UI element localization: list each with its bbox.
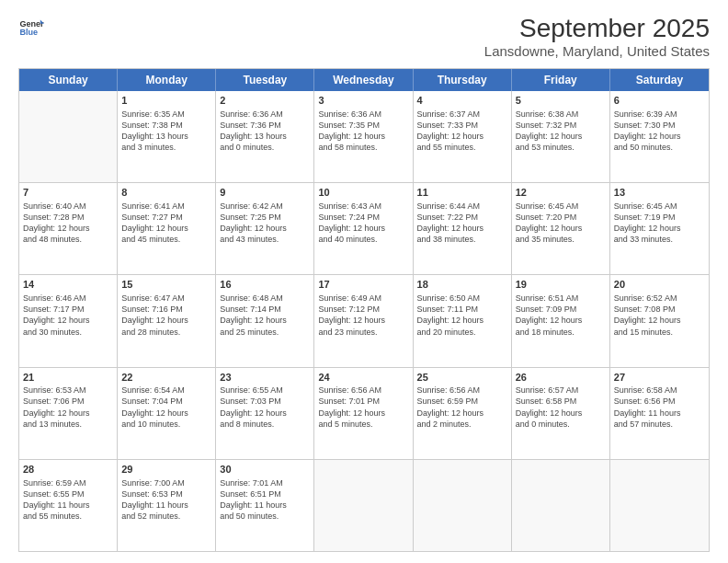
calendar-cell: 14Sunrise: 6:46 AMSunset: 7:17 PMDayligh… — [19, 275, 118, 366]
calendar-cell: 6Sunrise: 6:39 AMSunset: 7:30 PMDaylight… — [610, 91, 709, 182]
cell-text-line: Sunrise: 6:57 AM — [516, 385, 606, 396]
cell-text-line: Sunset: 6:58 PM — [516, 396, 606, 407]
cell-text-line: Daylight: 12 hours — [516, 131, 606, 142]
cell-text-line: Daylight: 11 hours — [614, 408, 705, 419]
page: General Blue September 2025 Lansdowne, M… — [0, 0, 728, 563]
title-block: September 2025 Lansdowne, Maryland, Unit… — [484, 15, 710, 59]
cell-text-line: Sunset: 7:12 PM — [318, 304, 408, 315]
cell-text-line: Daylight: 12 hours — [417, 315, 507, 326]
cell-text-line: and 55 minutes. — [417, 142, 507, 153]
cell-text-line: Sunset: 7:36 PM — [220, 120, 310, 131]
cell-text-line: Sunrise: 6:44 AM — [417, 201, 507, 212]
cell-text-line: and 43 minutes. — [220, 234, 310, 245]
day-number: 29 — [121, 463, 211, 477]
cell-text-line: Sunset: 7:38 PM — [121, 120, 211, 131]
calendar-cell: 30Sunrise: 7:01 AMSunset: 6:51 PMDayligh… — [216, 460, 314, 551]
svg-text:Blue: Blue — [19, 28, 38, 37]
cell-text-line: Sunrise: 6:56 AM — [318, 385, 408, 396]
day-number: 12 — [516, 186, 606, 200]
day-number: 4 — [417, 94, 507, 108]
cell-text-line: Daylight: 13 hours — [121, 131, 211, 142]
cell-text-line: Sunset: 7:25 PM — [220, 212, 310, 223]
cell-text-line: and 35 minutes. — [516, 234, 606, 245]
cell-text-line: Daylight: 12 hours — [318, 408, 408, 419]
calendar-cell: 24Sunrise: 6:56 AMSunset: 7:01 PMDayligh… — [314, 368, 413, 459]
day-number: 18 — [417, 278, 507, 292]
day-header-wednesday: Wednesday — [314, 69, 413, 91]
cell-text-line: Sunrise: 6:53 AM — [23, 385, 113, 396]
calendar-title: September 2025 — [484, 15, 710, 43]
cell-text-line: Sunrise: 6:41 AM — [121, 201, 211, 212]
calendar-subtitle: Lansdowne, Maryland, United States — [484, 43, 710, 59]
day-number: 20 — [614, 278, 705, 292]
cell-text-line: Sunrise: 6:39 AM — [614, 109, 705, 120]
cell-text-line: and 25 minutes. — [220, 327, 310, 338]
cell-text-line: Sunrise: 6:59 AM — [23, 477, 113, 488]
day-header-tuesday: Tuesday — [216, 69, 314, 91]
cell-text-line: Daylight: 12 hours — [23, 315, 113, 326]
cell-text-line: Sunrise: 6:56 AM — [417, 385, 507, 396]
calendar-cell — [512, 460, 610, 551]
cell-text-line: and 58 minutes. — [318, 142, 408, 153]
cell-text-line: and 0 minutes. — [516, 419, 606, 430]
cell-text-line: Sunrise: 6:45 AM — [614, 201, 705, 212]
cell-text-line: Daylight: 11 hours — [121, 500, 211, 511]
calendar-cell: 15Sunrise: 6:47 AMSunset: 7:16 PMDayligh… — [118, 275, 216, 366]
cell-text-line: Sunrise: 6:38 AM — [516, 109, 606, 120]
cell-text-line: Daylight: 12 hours — [220, 223, 310, 234]
calendar-cell: 27Sunrise: 6:58 AMSunset: 6:56 PMDayligh… — [610, 368, 709, 459]
cell-text-line: Sunrise: 6:51 AM — [516, 293, 606, 304]
cell-text-line: Sunrise: 6:45 AM — [516, 201, 606, 212]
cell-text-line: Daylight: 12 hours — [220, 315, 310, 326]
cell-text-line: Sunrise: 6:58 AM — [614, 385, 705, 396]
cell-text-line: and 5 minutes. — [318, 419, 408, 430]
calendar-header: SundayMondayTuesdayWednesdayThursdayFrid… — [19, 69, 709, 91]
cell-text-line: Daylight: 11 hours — [220, 500, 310, 511]
calendar-cell — [414, 460, 512, 551]
cell-text-line: Sunset: 7:32 PM — [516, 120, 606, 131]
calendar-cell: 12Sunrise: 6:45 AMSunset: 7:20 PMDayligh… — [512, 183, 610, 274]
cell-text-line: and 0 minutes. — [220, 142, 310, 153]
cell-text-line: Sunset: 7:11 PM — [417, 304, 507, 315]
cell-text-line: and 53 minutes. — [516, 142, 606, 153]
calendar-row-2: 7Sunrise: 6:40 AMSunset: 7:28 PMDaylight… — [19, 183, 709, 275]
cell-text-line: Daylight: 13 hours — [220, 131, 310, 142]
cell-text-line: Daylight: 12 hours — [614, 131, 705, 142]
day-number: 28 — [23, 463, 113, 477]
cell-text-line: Sunrise: 6:36 AM — [318, 109, 408, 120]
calendar-cell: 3Sunrise: 6:36 AMSunset: 7:35 PMDaylight… — [314, 91, 413, 182]
cell-text-line: and 2 minutes. — [417, 419, 507, 430]
day-header-thursday: Thursday — [414, 69, 512, 91]
cell-text-line: Daylight: 11 hours — [23, 500, 113, 511]
cell-text-line: Sunset: 7:28 PM — [23, 212, 113, 223]
day-number: 11 — [417, 186, 507, 200]
calendar-cell: 18Sunrise: 6:50 AMSunset: 7:11 PMDayligh… — [414, 275, 512, 366]
cell-text-line: Sunrise: 7:01 AM — [220, 477, 310, 488]
cell-text-line: and 3 minutes. — [121, 142, 211, 153]
cell-text-line: and 48 minutes. — [23, 234, 113, 245]
calendar-cell: 26Sunrise: 6:57 AMSunset: 6:58 PMDayligh… — [512, 368, 610, 459]
cell-text-line: Sunrise: 6:42 AM — [220, 201, 310, 212]
day-header-sunday: Sunday — [19, 69, 118, 91]
cell-text-line: Sunset: 6:56 PM — [614, 396, 705, 407]
calendar-body: 1Sunrise: 6:35 AMSunset: 7:38 PMDaylight… — [19, 91, 709, 551]
cell-text-line: Daylight: 12 hours — [121, 315, 211, 326]
cell-text-line: Sunset: 7:14 PM — [220, 304, 310, 315]
day-header-friday: Friday — [512, 69, 610, 91]
calendar-cell: 20Sunrise: 6:52 AMSunset: 7:08 PMDayligh… — [610, 275, 709, 366]
calendar-cell: 23Sunrise: 6:55 AMSunset: 7:03 PMDayligh… — [216, 368, 314, 459]
cell-text-line: Sunset: 7:19 PM — [614, 212, 705, 223]
calendar-cell: 21Sunrise: 6:53 AMSunset: 7:06 PMDayligh… — [19, 368, 118, 459]
day-number: 26 — [516, 371, 606, 385]
day-number: 27 — [614, 371, 705, 385]
cell-text-line: Sunrise: 6:47 AM — [121, 293, 211, 304]
cell-text-line: Sunset: 7:35 PM — [318, 120, 408, 131]
cell-text-line: Sunrise: 6:37 AM — [417, 109, 507, 120]
day-number: 16 — [220, 278, 310, 292]
cell-text-line: and 50 minutes. — [220, 511, 310, 522]
cell-text-line: Sunrise: 6:40 AM — [23, 201, 113, 212]
calendar-cell: 29Sunrise: 7:00 AMSunset: 6:53 PMDayligh… — [118, 460, 216, 551]
calendar-cell: 13Sunrise: 6:45 AMSunset: 7:19 PMDayligh… — [610, 183, 709, 274]
calendar-cell: 19Sunrise: 6:51 AMSunset: 7:09 PMDayligh… — [512, 275, 610, 366]
calendar-cell — [314, 460, 413, 551]
